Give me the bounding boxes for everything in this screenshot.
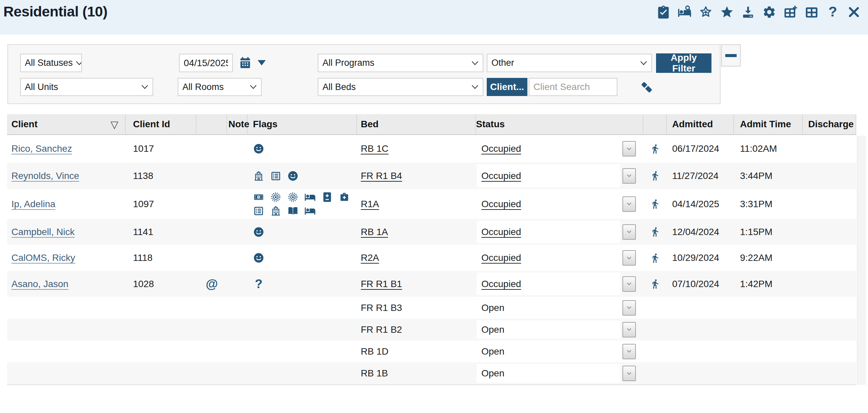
- status-dropdown-button[interactable]: [622, 196, 636, 212]
- bed-icon: [304, 205, 316, 217]
- cell-flags: [248, 162, 357, 189]
- bed-link[interactable]: RB 1C: [361, 144, 388, 154]
- collapse-filter-button[interactable]: [721, 44, 741, 66]
- cell-status: Open: [476, 319, 643, 341]
- chevron-down-icon: [471, 85, 479, 89]
- table-body: Rico, Sanchez1017RB 1COccupied06/17/2024…: [7, 135, 856, 385]
- client-link[interactable]: Asano, Jason: [11, 279, 68, 289]
- cell-blank: [196, 341, 227, 362]
- bed-link[interactable]: FR R1 B4: [361, 170, 402, 181]
- settings-icon[interactable]: [762, 5, 777, 20]
- cell-client: CalOMS, Ricky: [7, 245, 126, 271]
- client-id: 1118: [133, 253, 153, 263]
- status-link[interactable]: Occupied: [482, 144, 521, 154]
- apply-filter-button[interactable]: Apply Filter: [656, 53, 711, 73]
- client-link[interactable]: CalOMS, Ricky: [11, 253, 75, 263]
- star-add-icon[interactable]: [699, 5, 713, 20]
- status-link[interactable]: Occupied: [482, 253, 521, 263]
- client-link[interactable]: Reynolds, Vince: [11, 170, 79, 181]
- sort-filter-icon[interactable]: ▽: [111, 119, 118, 130]
- close-icon[interactable]: [846, 5, 861, 20]
- cell-bed: RB 1B: [357, 362, 476, 384]
- admit-time: 3:44PM: [740, 170, 773, 181]
- bed-link[interactable]: R1A: [361, 199, 379, 210]
- client-link[interactable]: Ip, Adelina: [11, 199, 55, 210]
- cell-bed: FR R1 B2: [357, 319, 476, 341]
- cell-client-id: [126, 362, 196, 384]
- status-dropdown-button[interactable]: [622, 366, 636, 381]
- flags: [253, 252, 265, 263]
- admitted-date: 11/27/2024: [672, 170, 718, 181]
- cell-client-id: 1138: [126, 162, 196, 189]
- calendar-icon[interactable]: [238, 55, 252, 70]
- cell-discharge: [803, 341, 856, 362]
- list-icon: [270, 170, 281, 182]
- star-icon[interactable]: [719, 5, 734, 20]
- bed-label: RB 1D: [361, 346, 388, 357]
- bed-link[interactable]: RB 1A: [361, 227, 388, 237]
- cell-note: [227, 219, 248, 245]
- status-value-box: Open: [477, 342, 620, 361]
- status-link[interactable]: Occupied: [482, 227, 521, 237]
- client-search-input[interactable]: [529, 78, 617, 96]
- table-add-icon[interactable]: [783, 5, 798, 20]
- admit-time: 11:02AM: [740, 144, 777, 154]
- status-dropdown-button[interactable]: [622, 224, 636, 240]
- client-link[interactable]: Rico, Sanchez: [11, 144, 72, 154]
- status-text: Open: [482, 303, 504, 313]
- table-row: Campbell, Nick1141RB 1AOccupied12/04/202…: [7, 219, 856, 245]
- cell-flags: [248, 319, 357, 341]
- cell-admitted: 10/29/2024: [667, 245, 734, 271]
- flag-row: [253, 205, 350, 217]
- admit-time: 1:42PM: [740, 279, 773, 289]
- status-dropdown-button[interactable]: [622, 168, 636, 184]
- table-icon[interactable]: [804, 5, 819, 20]
- beds-filter-select[interactable]: All Beds: [318, 78, 484, 96]
- status-dropdown-button[interactable]: [622, 344, 636, 359]
- bed-link[interactable]: R2A: [361, 253, 379, 263]
- status-dropdown-button[interactable]: [622, 276, 636, 292]
- cell-admitted: [667, 362, 734, 384]
- clipboard-check-icon[interactable]: [656, 5, 671, 20]
- other-filter-select[interactable]: Other: [487, 54, 652, 72]
- cell-client-id: 1028: [126, 271, 196, 297]
- cell-blank: [196, 219, 227, 245]
- cell-flags: [248, 297, 357, 319]
- bed-link[interactable]: FR R1 B1: [361, 279, 402, 289]
- units-filter-select[interactable]: All Units: [20, 78, 153, 96]
- download-icon[interactable]: [741, 5, 755, 20]
- status-link[interactable]: Occupied: [482, 279, 521, 289]
- status-link[interactable]: Occupied: [482, 170, 521, 181]
- rooms-filter-value: All Rooms: [182, 82, 224, 92]
- cell-admit-time: 1:42PM: [734, 271, 803, 297]
- cell-client: Reynolds, Vince: [7, 162, 126, 189]
- programs-filter-value: All Programs: [322, 58, 375, 68]
- status-dropdown-button[interactable]: [622, 141, 636, 156]
- programs-filter-select[interactable]: All Programs: [318, 54, 484, 72]
- status-dropdown-button[interactable]: [622, 300, 636, 316]
- rooms-filter-select[interactable]: All Rooms: [178, 78, 262, 96]
- status-value-box: Occupied: [477, 164, 620, 187]
- help-icon[interactable]: ?: [825, 5, 840, 20]
- smiley-icon: [253, 226, 265, 238]
- calendar-dropdown-caret[interactable]: [258, 60, 266, 65]
- status-text: Open: [482, 368, 504, 379]
- column-header-note: Note: [227, 114, 248, 134]
- cell-flags: 1: [248, 189, 357, 219]
- status-dropdown-button[interactable]: [622, 250, 636, 265]
- status-dropdown-button[interactable]: [622, 322, 636, 338]
- bed-search-icon[interactable]: [677, 5, 692, 20]
- eraser-icon[interactable]: [639, 79, 655, 95]
- list-icon: [253, 205, 265, 217]
- client-link[interactable]: Campbell, Nick: [11, 227, 74, 237]
- hospital-icon: [253, 170, 265, 182]
- client-button[interactable]: Client...: [487, 78, 527, 96]
- status-filter-select[interactable]: All Statuses: [20, 54, 82, 72]
- date-input[interactable]: [179, 54, 233, 72]
- chevron-down-icon: [75, 61, 82, 65]
- flag-row: [253, 143, 265, 155]
- status-link[interactable]: Occupied: [482, 199, 521, 210]
- cell-discharge: [803, 162, 856, 189]
- cell-client-id: [126, 319, 196, 341]
- vertical-scrollbar[interactable]: [857, 136, 866, 385]
